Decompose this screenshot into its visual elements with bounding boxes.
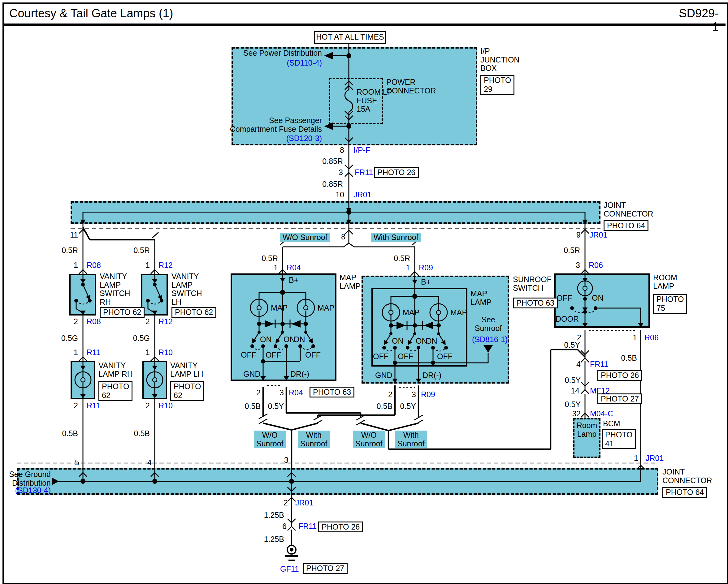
pin-1-map1: 1 bbox=[274, 263, 278, 272]
connector-jr01-label-3: JR01 bbox=[646, 454, 664, 463]
bplus-terminal-map2: B+ bbox=[421, 278, 431, 286]
connector-ipf-label: I/P-F bbox=[354, 146, 370, 155]
connector-r09-label: R09 bbox=[419, 263, 433, 272]
connector-r08-label-2: R08 bbox=[87, 317, 101, 326]
hot-at-all-times-label: HOT AT ALL TIMES bbox=[314, 33, 386, 41]
map-bulb-right-label: MAP bbox=[317, 304, 334, 312]
bulb-symbols bbox=[75, 281, 592, 388]
wire-05y-bcm-1: 0.5Y bbox=[565, 376, 581, 385]
pin-8-label: 8 bbox=[340, 146, 344, 155]
photo-26-ref-2: PHOTO 26 bbox=[597, 370, 642, 381]
connector-mating-lines bbox=[17, 228, 658, 463]
bcm-label: BCM bbox=[603, 419, 620, 428]
connector-r11-label: R11 bbox=[87, 348, 100, 357]
wire-05r-map1: 0.5R bbox=[262, 254, 278, 263]
off-label-4: OFF bbox=[373, 352, 388, 361]
with-sunroof-split-1: With Sunroof bbox=[298, 430, 330, 448]
ground-symbol bbox=[285, 545, 298, 560]
pin-1-room: 1 bbox=[633, 333, 637, 342]
connector-fr11-label-3: FR11 bbox=[298, 522, 317, 531]
wire-05b-map2: 0.5B bbox=[377, 402, 392, 411]
connector-r04-label-2: R04 bbox=[289, 389, 303, 397]
joint-connector-top-label: JOINT CONNECTOR bbox=[604, 201, 653, 218]
wire-125b-2: 1.25B bbox=[264, 535, 284, 544]
wire-085r-label-2: 0.85R bbox=[322, 180, 343, 189]
photo-62-ref-rh-switch: PHOTO 62 bbox=[100, 307, 145, 318]
photo-62-ref-rh-lamp: PHOTO 62 bbox=[99, 381, 132, 401]
wire-05r-map2: 0.5R bbox=[394, 254, 410, 263]
pin-2-lh-lamp: 2 bbox=[146, 401, 150, 410]
photo-26-ref-3: PHOTO 26 bbox=[318, 522, 363, 532]
connector-r10-label: R10 bbox=[158, 348, 173, 357]
connector-gf11-label: GF11 bbox=[280, 565, 299, 574]
photo-62-ref-lh-lamp: PHOTO 62 bbox=[170, 381, 204, 401]
connector-jr01-label-4: JR01 bbox=[295, 499, 313, 507]
wo-sunroof-split-2: W/O Sunroof bbox=[353, 430, 385, 448]
sd110-4-ref: (SD110-4) bbox=[287, 59, 322, 67]
room-off-label: OFF bbox=[556, 294, 572, 303]
room-lp-fuse-label: ROOM LP FUSE 15A bbox=[357, 88, 392, 113]
see-passenger-fuse-label: See Passenger Compartment Fuse Details bbox=[230, 116, 322, 133]
wire-05r-room: 0.5R bbox=[564, 246, 580, 255]
pin-1-bottom: 1 bbox=[634, 454, 638, 463]
pin-1-rh-lamp: 1 bbox=[74, 348, 78, 357]
see-sunroof-label: See Sunroof bbox=[473, 315, 503, 333]
off-label-5: OFF bbox=[398, 352, 413, 361]
connector-fr11-label-2: FR11 bbox=[590, 360, 608, 369]
connector-r08-label: R08 bbox=[87, 261, 101, 270]
sd816-1-ref: (SD816-1) bbox=[472, 335, 508, 344]
pin-3-bottom: 3 bbox=[284, 456, 288, 465]
on-label-4: ON bbox=[392, 337, 404, 345]
vanity-lamp-rh-label: VANITY LAMP RH bbox=[99, 361, 133, 378]
pin-8-band-label: 8 bbox=[341, 232, 345, 241]
map-bulb-left-label: MAP bbox=[271, 304, 288, 312]
pin-4-bcm: 4 bbox=[576, 360, 581, 369]
map2-bulb-right-label: MAP bbox=[450, 308, 467, 317]
wire-05b-lh: 0.5B bbox=[134, 429, 150, 438]
pin-3-map1: 3 bbox=[280, 389, 284, 397]
pin-1-map2: 1 bbox=[406, 263, 410, 272]
wire-05g-rh: 0.5G bbox=[61, 334, 78, 343]
connector-r10-label-2: R10 bbox=[158, 401, 173, 410]
pin-10-label: 10 bbox=[336, 191, 344, 199]
connector-jr01-label-2: JR01 bbox=[589, 231, 607, 240]
wire-085r-label: 0.85R bbox=[322, 157, 343, 166]
photo-27-ref-2: PHOTO 27 bbox=[303, 563, 347, 574]
pin-2-rh-switch: 2 bbox=[74, 317, 78, 326]
pin-2-map1: 2 bbox=[256, 389, 261, 397]
page-title: Courtesy & Tail Gate Lamps (1) bbox=[9, 7, 173, 20]
vanity-lamp-lh-label: VANITY LAMP LH bbox=[170, 361, 203, 378]
pin-9-label: 9 bbox=[576, 231, 581, 240]
gnd-terminal-map2: GND bbox=[375, 371, 392, 380]
pin-6-ground: 6 bbox=[282, 522, 287, 531]
photo-75-ref: PHOTO 75 bbox=[653, 294, 687, 314]
bplus-terminal-map1: B+ bbox=[289, 276, 298, 284]
room-lamp-label: ROOM LAMP bbox=[653, 273, 677, 290]
pin-2-lh-switch: 2 bbox=[146, 317, 150, 326]
pin-5-label: 5 bbox=[75, 458, 79, 467]
pin-1-rh-switch: 1 bbox=[74, 261, 78, 270]
bcm-room-lamp-label: Room Lamp bbox=[574, 421, 599, 438]
wo-sunroof-split-1: W/O Sunroof bbox=[254, 430, 286, 448]
photo-41-ref: PHOTO 41 bbox=[602, 429, 636, 449]
photo-63-ref-map1: PHOTO 63 bbox=[310, 387, 355, 397]
pin-2-rh-lamp: 2 bbox=[74, 401, 78, 410]
with-sunroof-branch-label: With Sunroof bbox=[371, 233, 421, 242]
off-label-2: OFF bbox=[265, 351, 281, 359]
connector-r09-label-2: R09 bbox=[421, 390, 435, 399]
connector-jr01-label: JR01 bbox=[354, 191, 371, 199]
sunroof-switch-label: SUNROOF SWITCH bbox=[513, 275, 552, 292]
pin-3-map2: 3 bbox=[412, 390, 416, 399]
see-power-distribution-label: See Power Distribution bbox=[243, 49, 322, 58]
pin-3-label: 3 bbox=[339, 168, 343, 177]
photo-26-ref: PHOTO 26 bbox=[374, 167, 419, 178]
with-sunroof-split-2: With Sunroof bbox=[395, 430, 427, 448]
wire-125b-1: 1.25B bbox=[264, 511, 284, 520]
map2-bulb-left-label: MAP bbox=[403, 308, 419, 317]
see-ground-distribution-label: See Ground Distribution bbox=[9, 470, 51, 487]
wire-05b-rh: 0.5B bbox=[62, 429, 78, 438]
connector-r11-label-2: R11 bbox=[87, 401, 100, 410]
on-label-3: ON bbox=[293, 335, 305, 344]
vanity-lamp-switch-lh-label: VANITY LAMP SWITCH LH bbox=[172, 272, 202, 306]
room-door-label: DOOR bbox=[555, 315, 579, 324]
